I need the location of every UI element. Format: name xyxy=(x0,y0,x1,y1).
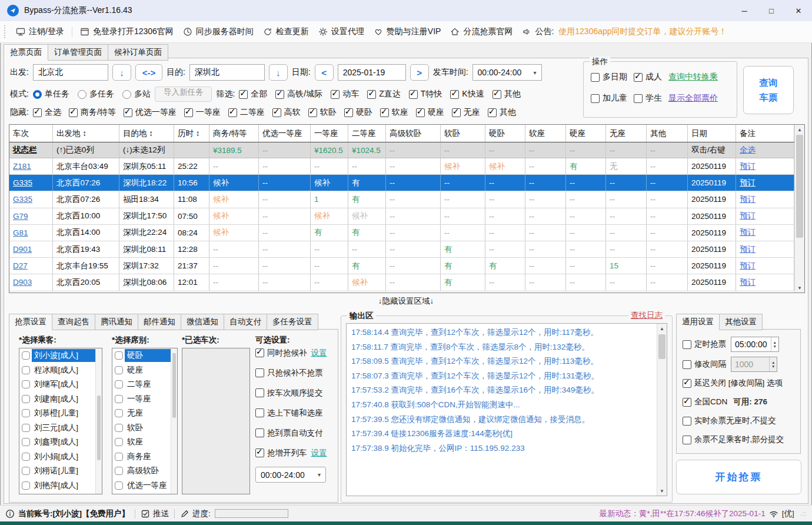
grab-time-select[interactable]: 00:00-24:00▾ xyxy=(255,467,326,483)
column-header-9[interactable]: 软卧 xyxy=(441,125,485,142)
op-加儿童[interactable]: 加儿童 xyxy=(591,93,627,104)
passenger-scrollbar[interactable] xyxy=(95,348,102,494)
filter-K快速[interactable]: K快速 xyxy=(450,89,484,99)
radio-icon[interactable] xyxy=(78,90,86,99)
grab-option-只抢候补不抢票[interactable]: 只抢候补不抢票 xyxy=(255,367,337,379)
setting-全国CDN[interactable]: 全国CDN可用: 276 xyxy=(683,397,797,407)
seat-checkbox[interactable] xyxy=(115,380,123,388)
setting-修改间隔[interactable]: 修改间隔 xyxy=(683,359,726,370)
column-header-14[interactable]: 其他 xyxy=(647,125,688,142)
book-link[interactable]: 预订 xyxy=(736,274,794,290)
depart-time-select[interactable]: 00:00-24:00 ▾ xyxy=(472,64,542,81)
train-row-D27[interactable]: D27北京丰台19:55深圳17:3221:37------有--有有----1… xyxy=(9,258,804,274)
swap-stations-button[interactable]: <-> xyxy=(135,64,162,81)
column-header-12[interactable]: 硬座 xyxy=(566,125,606,142)
passenger-checkbox[interactable] xyxy=(22,453,30,461)
mode-radio-单任务[interactable]: 单任务 xyxy=(33,89,69,99)
seat-item[interactable]: 优选一等座 xyxy=(112,479,177,493)
seat-item[interactable]: 软卧 xyxy=(112,421,177,436)
setting-余票不足乘客时,部分提交-box[interactable] xyxy=(683,436,691,444)
start-grabbing-button[interactable]: 开始抢票 xyxy=(676,460,801,494)
setting-修改间隔-box[interactable] xyxy=(683,360,691,369)
grab-option-选上下铺和选座[interactable]: 选上下铺和选座 xyxy=(255,407,337,419)
seat-item[interactable]: 一等座 xyxy=(112,392,177,407)
filter-Z直达[interactable]: Z直达 xyxy=(367,89,401,99)
seat-checkbox[interactable] xyxy=(115,481,123,490)
scroll-up-icon[interactable]: ▲ xyxy=(795,125,804,134)
setting-延迟关闭 [修改间隔] 选项-box[interactable] xyxy=(683,379,691,388)
grab-option-抢到票自动支付[interactable]: 抢到票自动支付 xyxy=(255,428,323,438)
table-scrollbar-thumb[interactable] xyxy=(796,135,803,238)
passenger-checkbox[interactable] xyxy=(22,438,30,446)
mode-radio-多站[interactable]: 多站 xyxy=(122,89,151,99)
setting-定时抢票[interactable]: 定时抢票05:00:00▲▼ xyxy=(683,337,797,352)
op-成人-box[interactable] xyxy=(634,73,643,82)
tab-订单管理页面[interactable]: 订单管理页面 xyxy=(48,44,108,61)
toolbar-clock-button[interactable]: 同步服务器时间 xyxy=(178,24,258,40)
hide-一等座[interactable]: 一等座 xyxy=(184,107,221,118)
filter-T特快[interactable]: T特快 xyxy=(409,89,442,99)
hide-其他-box[interactable] xyxy=(488,108,497,117)
settings-tab-查询起售[interactable]: 查询起售 xyxy=(52,314,95,330)
filter-全部[interactable]: 全部 xyxy=(239,89,267,99)
train-row-D901[interactable]: D901北京西19:43深圳北08:1112:28----------有----… xyxy=(9,241,804,258)
grab-option-按车次顺序提交[interactable]: 按车次顺序提交 xyxy=(255,387,337,399)
column-header-13[interactable]: 无座 xyxy=(606,125,647,142)
scroll-down-icon[interactable]: ▼ xyxy=(795,283,804,293)
hide-二等座[interactable]: 二等座 xyxy=(228,107,265,118)
hide-高软[interactable]: 高软 xyxy=(272,107,301,118)
seat-item[interactable]: 硬卧 xyxy=(112,348,177,363)
op-多日期-box[interactable] xyxy=(591,73,600,82)
passenger-checkbox[interactable] xyxy=(22,366,30,374)
hide-软卧[interactable]: 软卧 xyxy=(308,107,337,118)
passenger-item[interactable]: 刘三元[成人] xyxy=(19,421,102,436)
toolbar-window-button[interactable]: 免登录打开12306官网 xyxy=(75,24,178,40)
hide-硬卧-box[interactable] xyxy=(344,108,353,117)
grab-option-抢到票自动支付-box[interactable] xyxy=(255,428,264,437)
setting-定时抢票[interactable]: 定时抢票 xyxy=(683,339,726,350)
settings-link[interactable]: 设置 xyxy=(311,448,327,458)
setting-修改间隔[interactable]: 修改间隔1000▲▼ xyxy=(683,357,797,372)
train-link[interactable]: D901 xyxy=(9,241,53,257)
general-tab-通用设置[interactable]: 通用设置 xyxy=(676,314,720,330)
radio-icon[interactable] xyxy=(33,90,42,99)
spinner-修改间隔[interactable]: 1000▲▼ xyxy=(731,357,777,372)
op-link-显示全部票价[interactable]: 显示全部票价 xyxy=(668,93,718,104)
setting-定时抢票-box[interactable] xyxy=(683,340,691,349)
seat-item[interactable]: 二等座 xyxy=(112,377,177,392)
column-header-6[interactable]: 一等座 xyxy=(311,125,348,142)
passenger-item[interactable]: 刘艳萍[成人] xyxy=(19,479,102,493)
column-header-11[interactable]: 软座 xyxy=(525,125,566,142)
column-header-7[interactable]: 二等座 xyxy=(348,125,386,142)
passenger-checkbox[interactable] xyxy=(22,395,30,403)
to-dropdown-button[interactable]: ↓ xyxy=(269,64,288,81)
train-row-G335[interactable]: G335北京西07:26深圳北18:2210:56候补--候补有--------… xyxy=(9,175,804,191)
setting-延迟关闭 [修改间隔] 选项[interactable]: 延迟关闭 [修改间隔] 选项 xyxy=(683,378,797,388)
spinner-定时抢票[interactable]: 05:00:00▲▼ xyxy=(731,337,779,352)
filter-高铁/城际-box[interactable] xyxy=(275,90,284,99)
mode-radio-多任务[interactable]: 多任务 xyxy=(78,89,114,99)
passenger-checkbox[interactable] xyxy=(22,481,30,490)
seat-checkbox[interactable] xyxy=(115,409,123,417)
grab-option-抢到票自动支付[interactable]: 抢到票自动支付 xyxy=(255,427,337,439)
column-header-4[interactable]: 商务/特等 xyxy=(209,125,259,142)
settings-tab-邮件通知[interactable]: 邮件通知 xyxy=(138,314,181,330)
seat-checkbox[interactable] xyxy=(115,424,123,432)
toolbar-refresh-button[interactable]: 检查更新 xyxy=(258,24,314,40)
train-link[interactable]: Z181 xyxy=(9,158,53,174)
train-row-Z181[interactable]: Z181北京丰台03:49深圳东05:1125:22----------候补候补… xyxy=(9,158,804,175)
setting-余票不足乘客时,部分提交[interactable]: 余票不足乘客时,部分提交 xyxy=(683,434,797,445)
grab-option-同时抢候补-box[interactable] xyxy=(255,348,264,357)
date-input[interactable] xyxy=(338,64,406,81)
toolbar-grip-handle[interactable] xyxy=(4,25,7,38)
hide-硬卧[interactable]: 硬卧 xyxy=(344,107,372,118)
grab-option-按车次顺序提交[interactable]: 按车次顺序提交 xyxy=(255,388,323,398)
settings-tab-多任务设置[interactable]: 多任务设置 xyxy=(267,314,318,330)
log-scroll-down-icon[interactable]: ▼ xyxy=(657,486,667,496)
prev-date-button[interactable]: < xyxy=(315,64,334,81)
setting-实时余票无座时,不提交[interactable]: 实时余票无座时,不提交 xyxy=(683,416,776,426)
column-header-10[interactable]: 硬卧 xyxy=(485,125,525,142)
op-多日期[interactable]: 多日期 xyxy=(591,72,627,82)
resize-grip[interactable]: .:: xyxy=(800,510,807,517)
settings-tab-自动支付[interactable]: 自动支付 xyxy=(224,314,267,330)
